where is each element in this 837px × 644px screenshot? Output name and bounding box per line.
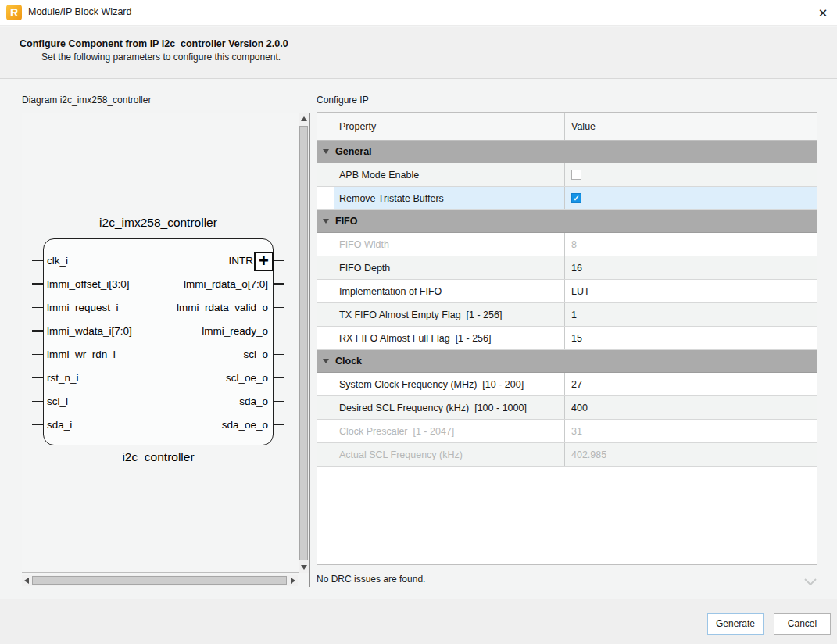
cancel-button[interactable]: Cancel bbox=[774, 613, 831, 635]
group-header-clock[interactable]: Clock bbox=[317, 350, 817, 373]
property-name: TX FIFO Almost Empty Flag [1 - 256] bbox=[339, 309, 502, 320]
generate-button[interactable]: Generate bbox=[707, 613, 764, 635]
property-value-cell[interactable]: 27 bbox=[565, 373, 817, 395]
property-name: Remove Tristate Buffers bbox=[339, 193, 444, 204]
drc-status-message: No DRC issues are found. bbox=[317, 574, 425, 585]
property-row: System Clock Frequency (MHz) [10 - 200]2… bbox=[317, 373, 817, 396]
selected-row-indicator bbox=[317, 187, 334, 209]
property-value-cell[interactable] bbox=[565, 163, 817, 186]
footer: Generate Cancel bbox=[0, 599, 837, 644]
port-stub bbox=[274, 377, 284, 378]
property-name-cell: Implementation of FIFO bbox=[317, 280, 565, 302]
port-tick bbox=[273, 375, 274, 382]
diagram-vertical-scrollbar[interactable] bbox=[299, 113, 309, 573]
property-name-cell: TX FIFO Almost Empty Flag [1 - 256] bbox=[317, 303, 565, 326]
property-value: 15 bbox=[571, 333, 582, 344]
property-name-cell: FIFO Width bbox=[317, 233, 565, 256]
port-stub bbox=[274, 331, 284, 331]
group-name: Clock bbox=[335, 356, 362, 367]
port-stub bbox=[32, 260, 43, 261]
block-instance-title: i2c_imx258_controller bbox=[43, 213, 274, 232]
property-row: RX FIFO Almost Full Flag [1 - 256]15 bbox=[317, 327, 817, 350]
port-stub bbox=[32, 424, 43, 425]
port-label-lmmi_rdata_o[7:0]: lmmi_rdata_o[7:0] bbox=[47, 274, 268, 295]
port-label-sda_o: sda_o bbox=[47, 391, 268, 413]
property-name: Actual SCL Frequency (kHz) bbox=[339, 449, 463, 460]
checkbox[interactable]: ✓ bbox=[571, 193, 581, 203]
zoom-plus-icon[interactable]: + bbox=[254, 252, 274, 271]
port-stub bbox=[274, 401, 284, 402]
property-row: Clock Prescaler [1 - 2047]31 bbox=[317, 420, 817, 443]
port-label-INTR: INTR bbox=[47, 250, 253, 272]
port-stub bbox=[32, 307, 43, 308]
port-tick bbox=[273, 281, 274, 288]
port-tick bbox=[43, 422, 44, 429]
scroll-down-arrow-icon[interactable] bbox=[301, 565, 307, 570]
port-tick bbox=[273, 352, 274, 359]
group-name: General bbox=[335, 146, 372, 157]
property-name: RX FIFO Almost Full Flag [1 - 256] bbox=[339, 333, 492, 344]
table-header-property[interactable]: Property bbox=[317, 113, 565, 140]
scroll-right-arrow-icon[interactable] bbox=[291, 578, 295, 584]
property-name: Clock Prescaler [1 - 2047] bbox=[339, 426, 454, 437]
port-tick bbox=[273, 422, 274, 429]
port-tick bbox=[43, 399, 44, 406]
property-value-cell: 402.985 bbox=[565, 443, 817, 466]
port-tick bbox=[43, 281, 44, 288]
checkbox[interactable] bbox=[571, 170, 581, 180]
diagram-horizontal-scrollbar[interactable] bbox=[22, 575, 298, 586]
property-value-cell[interactable]: 15 bbox=[565, 327, 817, 349]
port-stub bbox=[274, 354, 284, 355]
horizontal-scrollbar-thumb[interactable] bbox=[32, 576, 287, 585]
property-value: 16 bbox=[571, 263, 582, 274]
vertical-scrollbar-thumb[interactable] bbox=[299, 126, 308, 560]
port-tick bbox=[273, 399, 274, 406]
property-name: FIFO Width bbox=[339, 239, 389, 250]
port-label-scl_o: scl_o bbox=[47, 344, 268, 366]
collapse-arrow-icon bbox=[323, 219, 329, 224]
property-name: Implementation of FIFO bbox=[339, 286, 442, 297]
scroll-left-arrow-icon[interactable] bbox=[24, 578, 29, 584]
block-module-name: i2c_controller bbox=[43, 448, 274, 467]
property-row: Actual SCL Frequency (kHz)402.985 bbox=[317, 443, 817, 467]
property-name: Desired SCL Frequency (kHz) [100 - 1000] bbox=[339, 402, 527, 413]
property-value-cell[interactable]: 1 bbox=[565, 303, 817, 326]
wizard-header-title: Configure Component from IP i2c_controll… bbox=[20, 38, 288, 49]
collapse-arrow-icon bbox=[323, 359, 329, 363]
property-value-cell[interactable]: LUT bbox=[565, 280, 817, 302]
group-header-general[interactable]: General bbox=[317, 141, 817, 163]
scroll-up-arrow-icon[interactable] bbox=[301, 116, 307, 121]
property-row: Desired SCL Frequency (kHz) [100 - 1000]… bbox=[317, 396, 817, 420]
table-header-value[interactable]: Value bbox=[565, 113, 817, 140]
port-stub bbox=[32, 283, 43, 285]
property-row: TX FIFO Almost Empty Flag [1 - 256]1 bbox=[317, 303, 817, 327]
group-header-fifo[interactable]: FIFO bbox=[317, 210, 817, 233]
wizard-header: Configure Component from IP i2c_controll… bbox=[0, 27, 837, 79]
chevron-down-icon[interactable] bbox=[803, 575, 817, 589]
property-value: 8 bbox=[571, 239, 577, 250]
property-name-cell: FIFO Depth bbox=[317, 256, 565, 279]
module-ip-block-wizard-window: R Module/IP Block Wizard ✕ Configure Com… bbox=[0, 0, 837, 644]
property-row: Implementation of FIFOLUT bbox=[317, 280, 817, 303]
port-label-lmmi_rdata_valid_o: lmmi_rdata_valid_o bbox=[47, 297, 268, 319]
group-name: FIFO bbox=[335, 216, 357, 227]
port-stub bbox=[274, 283, 284, 285]
property-name: APB Mode Enable bbox=[339, 170, 419, 181]
property-value-cell: 31 bbox=[565, 420, 817, 442]
port-stub bbox=[32, 377, 43, 378]
property-row: FIFO Depth16 bbox=[317, 256, 817, 280]
property-value-cell[interactable]: ✓ bbox=[565, 187, 817, 209]
property-value: LUT bbox=[571, 286, 590, 297]
property-row: APB Mode Enable bbox=[317, 163, 817, 187]
property-name-cell: Clock Prescaler [1 - 2047] bbox=[317, 420, 565, 442]
port-label-sda_oe_o: sda_oe_o bbox=[47, 414, 268, 436]
property-value-cell[interactable]: 16 bbox=[565, 256, 817, 279]
port-stub bbox=[32, 354, 43, 355]
close-icon[interactable]: ✕ bbox=[813, 3, 833, 23]
port-stub bbox=[274, 307, 284, 308]
block-diagram: i2c_imx258_controller clk_ilmmi_offset_i… bbox=[22, 113, 299, 573]
port-tick bbox=[43, 258, 44, 265]
property-value-cell[interactable]: 400 bbox=[565, 396, 817, 419]
window-title: Module/IP Block Wizard bbox=[28, 6, 131, 17]
port-stub bbox=[32, 330, 43, 332]
